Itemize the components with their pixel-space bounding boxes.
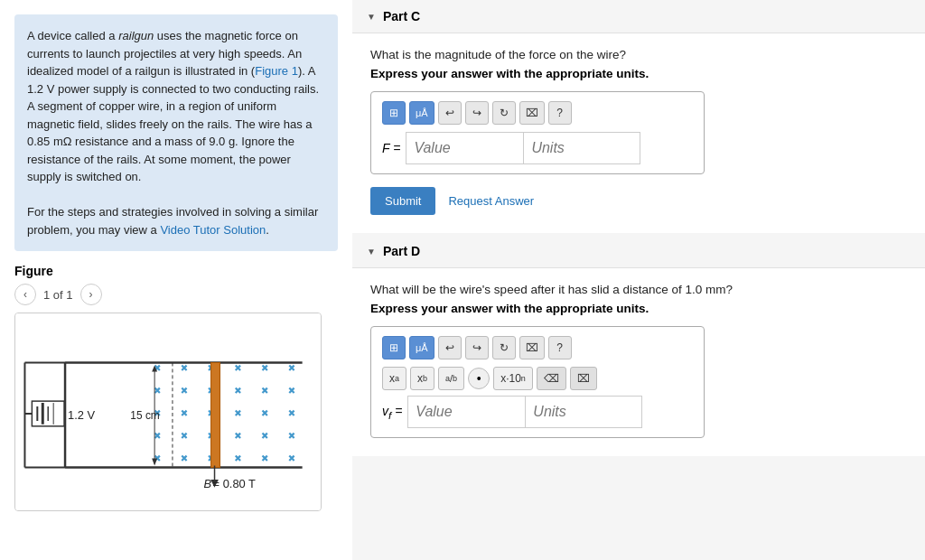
part-d-question: What will be the wire's speed after it h… [370, 283, 907, 296]
part-d-grid-button[interactable]: ⊞ [382, 336, 406, 359]
svg-text:1.2 V: 1.2 V [68, 408, 95, 422]
svg-text:×: × [182, 362, 187, 373]
part-d-xb-button[interactable]: xb [410, 367, 434, 390]
svg-text:×: × [262, 453, 267, 463]
svg-text:×: × [262, 362, 267, 373]
svg-text:= 0.80 T: = 0.80 T [213, 477, 256, 490]
part-d-backspace-button[interactable]: ⌫ [537, 367, 566, 390]
part-d-header[interactable]: ▼ Part D [352, 235, 925, 268]
undo-button[interactable]: ↩ [438, 101, 462, 125]
problem-description: A device called a railgun uses the magne… [14, 14, 338, 251]
part-c-content: What is the magnitude of the force on th… [352, 33, 925, 233]
part-d-undo-button[interactable]: ↩ [438, 336, 462, 359]
svg-text:15 cm: 15 cm [130, 409, 159, 422]
left-panel: A device called a railgun uses the magne… [0, 0, 352, 560]
figure-next-button[interactable]: › [80, 284, 102, 305]
part-d-sci-button[interactable]: x·10n [493, 367, 533, 390]
part-d-chevron: ▼ [367, 247, 376, 257]
part-d-value-input[interactable] [407, 396, 525, 428]
svg-text:×: × [235, 453, 240, 463]
svg-text:×: × [235, 385, 240, 396]
svg-text:×: × [182, 430, 187, 441]
svg-rect-44 [211, 363, 220, 468]
grid-toggle-button[interactable]: ⊞ [382, 101, 406, 125]
svg-text:×: × [262, 430, 267, 441]
part-c-question: What is the magnitude of the force on th… [370, 48, 907, 61]
svg-text:×: × [182, 385, 187, 396]
part-c-chevron: ▼ [367, 12, 376, 22]
part-c-toolbar: ⊞ μÅ ↩ ↪ ↻ ⌧ ? [382, 101, 693, 125]
svg-text:×: × [262, 385, 267, 396]
figure-navigation: ‹ 1 of 1 › [14, 284, 338, 305]
part-d-mu-button[interactable]: μÅ [409, 336, 434, 359]
video-tutor-link[interactable]: Video Tutor Solution [160, 223, 266, 237]
part-d-keyboard2-button[interactable]: ⌧ [570, 367, 597, 390]
svg-text:×: × [235, 407, 240, 418]
right-panel: ▼ Part C What is the magnitude of the fo… [352, 0, 925, 560]
help-button[interactable]: ? [548, 101, 572, 125]
part-d-xa-button[interactable]: xa [382, 367, 406, 390]
part-d-refresh-button[interactable]: ↻ [492, 336, 516, 359]
part-d-title: Part D [383, 244, 420, 258]
svg-text:×: × [154, 385, 160, 396]
part-c-subtext: Express your answer with the appropriate… [370, 67, 907, 80]
part-d-answer-box: ⊞ μÅ ↩ ↪ ↻ ⌧ ? xa xb a/b • x·10n ⌫ ⌧ [370, 326, 705, 438]
part-c-answer-box: ⊞ μÅ ↩ ↪ ↻ ⌧ ? F = [370, 91, 705, 174]
part-c-input-row: F = [382, 132, 693, 164]
svg-text:×: × [235, 430, 240, 441]
svg-text:×: × [289, 362, 294, 373]
part-c-submit-button[interactable]: Submit [370, 187, 435, 215]
svg-text:×: × [235, 362, 240, 373]
part-d-toolbar: ⊞ μÅ ↩ ↪ ↻ ⌧ ? [382, 336, 693, 359]
part-c-label: F = [382, 141, 400, 155]
refresh-button[interactable]: ↻ [492, 101, 516, 125]
part-d-input-row: vf = [382, 396, 693, 428]
redo-button[interactable]: ↪ [465, 101, 489, 125]
svg-text:×: × [182, 453, 187, 463]
part-c-request-button[interactable]: Request Answer [448, 194, 534, 208]
svg-text:×: × [289, 453, 294, 463]
part-d-keyboard-button[interactable]: ⌧ [519, 336, 545, 359]
keyboard-button[interactable]: ⌧ [519, 101, 545, 125]
svg-text:×: × [289, 385, 294, 396]
part-d-help-button[interactable]: ? [548, 336, 572, 359]
part-d-subtext: Express your answer with the appropriate… [370, 302, 907, 315]
part-c-title: Part C [383, 9, 420, 23]
part-c-header[interactable]: ▼ Part C [352, 0, 925, 33]
figure-prev-button[interactable]: ‹ [14, 284, 36, 305]
mu-button[interactable]: μÅ [409, 101, 434, 125]
part-d-dot-button[interactable]: • [468, 368, 490, 389]
part-d-frac-button[interactable]: a/b [438, 367, 464, 390]
svg-text:×: × [182, 407, 187, 418]
part-d-units-input[interactable] [525, 396, 642, 428]
svg-text:×: × [289, 407, 294, 418]
figure-link[interactable]: Figure 1 [255, 64, 298, 78]
svg-text:×: × [289, 430, 294, 441]
part-c-actions: Submit Request Answer [370, 187, 907, 215]
figure-label: Figure [14, 264, 338, 278]
part-d-redo-button[interactable]: ↪ [465, 336, 489, 359]
part-d-content: What will be the wire's speed after it h… [352, 268, 925, 456]
svg-text:×: × [154, 430, 160, 441]
part-c-units-input[interactable] [523, 132, 640, 164]
part-d-section: ▼ Part D What will be the wire's speed a… [352, 235, 925, 456]
part-d-math-toolbar: xa xb a/b • x·10n ⌫ ⌧ [382, 367, 693, 390]
svg-text:×: × [262, 407, 267, 418]
part-d-label: vf = [382, 404, 402, 421]
part-c-section: ▼ Part C What is the magnitude of the fo… [352, 0, 925, 233]
figure-page: 1 of 1 [43, 288, 73, 302]
svg-text:B: B [204, 477, 212, 490]
part-c-value-input[interactable] [406, 132, 523, 164]
figure-diagram: × × × × × × × × × × × × × × × × × × × × [14, 313, 322, 511]
